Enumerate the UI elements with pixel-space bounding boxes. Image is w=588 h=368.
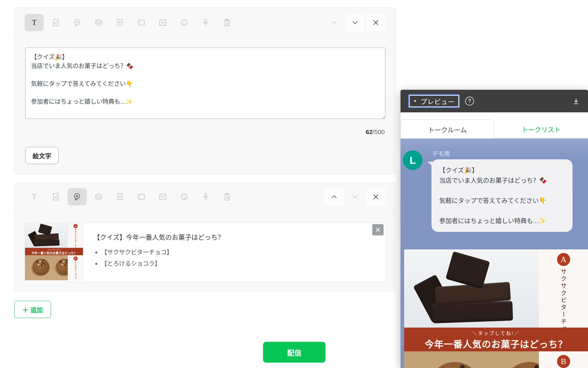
tab-talk-list[interactable]: トークリスト bbox=[494, 119, 588, 139]
chat-preview: L デモ用 【クイズ🎉】 当店でいま人気のお菓子はどっち？🍫 気軽にタップで答え… bbox=[401, 139, 588, 368]
rich-video-tool-icon[interactable] bbox=[153, 188, 172, 205]
voice-tool-icon[interactable] bbox=[196, 14, 215, 31]
preview-tabs: トークルーム トークリスト bbox=[401, 112, 588, 139]
badge-a: A bbox=[557, 253, 570, 266]
quiz-banner: ＼タップしてね!／ 今年一番人気のお菓子はどっち？ bbox=[404, 328, 588, 351]
cupcake-photo: B とろけるショコラ bbox=[404, 351, 588, 368]
coupon-tool-icon[interactable] bbox=[132, 14, 151, 31]
move-up-icon[interactable] bbox=[325, 188, 344, 205]
chocolate-photo: A サクサクビターチョコ bbox=[404, 249, 588, 328]
text-tool-icon[interactable]: T bbox=[25, 14, 44, 31]
option-b-strip: B とろけるショコラ bbox=[539, 351, 588, 368]
message-text-input[interactable]: 【クイズ🎉】 当店でいま人気のお菓子はどっち？🍫 気軽にタップで答えてみてくださ… bbox=[25, 48, 385, 119]
quiz-image-large: A サクサクビターチョコ ＼タップしてね!／ 今年一番人気のお菓子はどっち？ B… bbox=[404, 249, 588, 368]
voice-tool-icon[interactable] bbox=[196, 188, 215, 205]
close-icon[interactable] bbox=[366, 188, 385, 205]
image-tool-icon[interactable] bbox=[46, 14, 65, 31]
option-b-strip: B とろけるショコラ bbox=[68, 255, 83, 280]
card-option: 【サクサクビターチョコ】 bbox=[93, 247, 224, 258]
emoji-tool-icon[interactable] bbox=[175, 14, 194, 31]
svg-text:T: T bbox=[32, 192, 37, 201]
download-icon[interactable] bbox=[572, 97, 580, 105]
label-a: サクサクビターチョコ bbox=[559, 268, 568, 328]
card-options: 【サクサクビターチョコ】 【とろけるショコラ】 bbox=[93, 247, 224, 269]
line-broadcast-composer-page: T bbox=[0, 0, 588, 368]
move-down-icon[interactable] bbox=[345, 14, 365, 31]
card-summary: 【クイズ】今年一番人気のお菓子はどっち？ 【サクサクビターチョコ】 【とろけるシ… bbox=[83, 223, 224, 282]
option-a-strip: A サクサクビターチョコ bbox=[68, 223, 83, 248]
move-up-icon[interactable] bbox=[325, 14, 344, 31]
caret-down-icon: ▼ bbox=[413, 99, 417, 103]
move-down-icon[interactable] bbox=[345, 188, 365, 205]
badge-b: B bbox=[74, 257, 78, 261]
coupon-tool-icon[interactable] bbox=[132, 188, 151, 205]
preview-panel: ▼ プレビュー ? トークルーム トークリスト L デモ用 【クイズ🎉】 当店で… bbox=[401, 90, 588, 368]
preview-title: プレビュー bbox=[420, 96, 455, 106]
card-message-tool-icon[interactable] bbox=[68, 14, 87, 31]
badge-b: B bbox=[557, 355, 570, 368]
chocolate-photo: A サクサクビターチョコ bbox=[25, 223, 83, 248]
char-counter: 62/500 bbox=[366, 128, 385, 136]
block1-toolbar: T bbox=[15, 8, 395, 37]
block1-controls bbox=[325, 14, 385, 31]
survey-tool-icon[interactable] bbox=[218, 188, 237, 205]
message-block-card: T bbox=[14, 183, 396, 291]
close-icon[interactable] bbox=[366, 14, 385, 31]
quiz-image-small: A サクサクビターチョコ ＼タップしてね!／ 今年一番人気のお菓子はどっち？ B… bbox=[25, 223, 83, 280]
card-thumbnail: A サクサクビターチョコ ＼タップしてね!／ 今年一番人気のお菓子はどっち？ B… bbox=[25, 223, 83, 282]
rich-video-tool-icon[interactable] bbox=[153, 14, 172, 31]
image-tool-icon[interactable] bbox=[46, 188, 65, 205]
block2-toolbar: T bbox=[15, 183, 395, 210]
card-message-preview: A サクサクビターチョコ ＼タップしてね!／ 今年一番人気のお菓子はどっち？ B… bbox=[404, 249, 588, 368]
option-a-strip: A サクサクビターチョコ bbox=[539, 249, 588, 328]
text-tool-icon[interactable]: T bbox=[25, 188, 44, 205]
emoji-tool-icon[interactable] bbox=[175, 188, 194, 205]
help-icon[interactable]: ? bbox=[465, 97, 474, 106]
cupcake-photo: B とろけるショコラ bbox=[25, 255, 83, 280]
badge-a: A bbox=[74, 224, 78, 228]
card-message-tool-icon[interactable] bbox=[68, 188, 87, 205]
quiz-banner: ＼タップしてね!／ 今年一番人気のお菓子はどっち？ bbox=[25, 248, 83, 255]
label-a: サクサクビターチョコ bbox=[74, 229, 77, 248]
survey-tool-icon[interactable] bbox=[218, 14, 237, 31]
label-b: とろけるショコラ bbox=[74, 261, 77, 279]
block2-controls bbox=[325, 188, 385, 205]
svg-text:T: T bbox=[32, 18, 37, 26]
remove-attachment-icon[interactable] bbox=[372, 224, 384, 235]
account-avatar: L bbox=[403, 150, 423, 170]
card-message-attachment: A サクサクビターチョコ ＼タップしてね!／ 今年一番人気のお菓子はどっち？ B… bbox=[25, 223, 386, 282]
carousel-tool-icon[interactable] bbox=[89, 14, 108, 31]
preview-mode-select[interactable]: ▼ プレビュー bbox=[408, 94, 460, 108]
carousel-tool-icon[interactable] bbox=[89, 188, 108, 205]
add-message-button[interactable]: ＋ 追加 bbox=[14, 301, 51, 318]
video-tool-icon[interactable] bbox=[110, 188, 129, 205]
tab-talk-room[interactable]: トークルーム bbox=[401, 119, 494, 139]
card-title: 【クイズ】今年一番人気のお菓子はどっち？ bbox=[93, 232, 224, 241]
video-tool-icon[interactable] bbox=[110, 14, 129, 31]
card-option: 【とろけるショコラ】 bbox=[93, 258, 224, 269]
message-bubble: 【クイズ🎉】 当店でいま人気のお菓子はどっち？🍫 気軽にタップで答えてみてくださ… bbox=[431, 159, 573, 232]
emoji-picker-button[interactable]: 絵文字 bbox=[25, 147, 59, 164]
preview-header: ▼ プレビュー ? bbox=[401, 90, 588, 112]
message-block-text: T bbox=[14, 7, 396, 174]
broadcast-button[interactable]: 配信 bbox=[263, 342, 326, 363]
account-name: デモ用 bbox=[432, 149, 450, 158]
